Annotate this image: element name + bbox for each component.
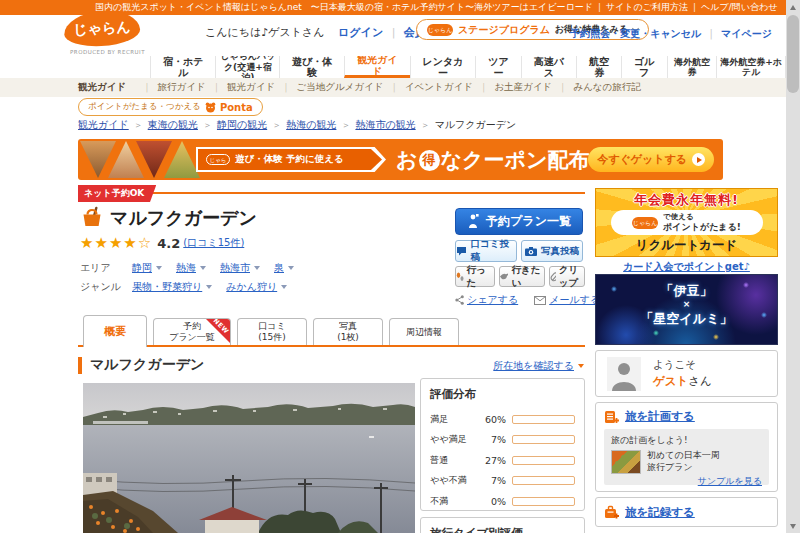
breadcrumb: 観光ガイド ＞ 東海の観光 ＞ 静岡の観光 ＞ 熱海の観光 ＞ 熱海市の観光 ＞…	[78, 118, 516, 132]
genre-link-mikan[interactable]: みかん狩り	[226, 280, 287, 294]
subnav-kanko-guide[interactable]: 観光ガイド	[78, 81, 126, 94]
banner-lead-band: じゃらん 遊び・体験 予約に使える	[196, 147, 386, 172]
caret-down-icon	[254, 266, 260, 270]
scrollbar-down-button[interactable]	[786, 519, 800, 533]
tab-label: 写真	[339, 321, 357, 332]
record-trip-link[interactable]: 旅を記録する	[625, 505, 695, 520]
tab-overview[interactable]: 概要	[83, 315, 147, 347]
fruit-picking-icon	[80, 205, 104, 229]
subnav-event-guide[interactable]: イベントガイド	[384, 81, 473, 94]
share-link[interactable]: シェアする	[455, 293, 518, 307]
jalan-mini-logo: じゃらん	[427, 24, 453, 36]
welcome-greeting: ようこそ	[653, 357, 712, 373]
went-button[interactable]: 行った	[455, 266, 495, 287]
nav-item-kanko-guide[interactable]: 観光ガイド	[344, 56, 409, 78]
play-arrow-icon	[692, 153, 705, 166]
stage-program-label: ステージプログラム	[458, 23, 550, 37]
site-tagline: 国内の観光スポット・イベント情報はじゃらんnet 〜日本最大級の宿・ホテル予約サ…	[95, 1, 474, 14]
breadcrumb-link[interactable]: 熱海の観光	[286, 118, 336, 132]
tab-plan-list[interactable]: 予約 プラン一覧 NEW	[153, 318, 231, 345]
main-nav: 宿・ホテル じゃらんパック(交通+宿泊) 遊び・体験 観光ガイド レンタカー ツ…	[150, 56, 786, 78]
genre-link-fruit-picking[interactable]: 果物・野菜狩り	[132, 280, 212, 294]
rating-row: ★★★★ ☆ 4.2 (口コミ15件)	[80, 234, 244, 252]
plan-promo-text: 初めての日本一周 旅行プラン	[647, 450, 720, 473]
tab-label: 口コミ	[258, 321, 285, 332]
nav-item-hotel[interactable]: 宿・ホテル	[150, 56, 215, 78]
confirm-location-link[interactable]: 所在地を確認する	[493, 359, 584, 373]
post-review-button[interactable]: 口コミ投稿	[455, 240, 517, 262]
plan-list-button[interactable]: 予約プラン一覧	[455, 208, 583, 235]
trip-record-box: 旅を記録する	[595, 497, 778, 527]
area-link-atami-city[interactable]: 熱海市	[220, 261, 260, 275]
coupon-get-label: 今すぐゲットする	[597, 152, 687, 167]
breadcrumb-link[interactable]: 静岡の観光	[217, 118, 267, 132]
card-ad-line3: ポイントがたまる!	[663, 222, 741, 232]
area-link-shizuoka[interactable]: 静岡	[132, 261, 162, 275]
nav-item-flight[interactable]: 航空券	[576, 56, 621, 78]
site-usage-link[interactable]: サイトのご利用方法	[606, 2, 688, 12]
reservation-check-link[interactable]: 予約照会・変更・キャンセル	[570, 28, 701, 39]
rating-bar	[512, 476, 575, 485]
help-link[interactable]: ヘルプ/問い合わせ	[701, 2, 777, 12]
plan-trip-link[interactable]: 旅を計画する	[625, 409, 695, 424]
scrollbar[interactable]	[786, 0, 800, 533]
review-count-link[interactable]: (口コミ15件)	[183, 236, 244, 250]
nav-item-rentacar[interactable]: レンタカー	[410, 56, 476, 78]
bay-scenery-image	[83, 383, 415, 533]
nav-item-jalan-pack[interactable]: じゃらんパック(交通+宿泊)	[215, 56, 279, 78]
overseas-tour-link[interactable]: 海外ツアーはエイビーロード	[474, 2, 593, 12]
plan-promo-title: 旅の計画をしよう!	[611, 434, 762, 447]
area-link-izumi[interactable]: 泉	[274, 261, 294, 275]
login-link[interactable]: ログイン	[338, 26, 383, 39]
nav-item-tour[interactable]: ツアー	[475, 56, 520, 78]
caret-down-icon	[156, 266, 162, 270]
nav-item-intl-flight[interactable]: 海外航空券	[667, 56, 717, 78]
rating-bar	[512, 435, 575, 444]
tab-surroundings[interactable]: 周辺情報	[389, 318, 459, 345]
subnav-travelogue[interactable]: みんなの旅行記	[552, 81, 641, 94]
nav-item-intl-flight-hotel[interactable]: 海外航空券+ホテル	[716, 56, 786, 78]
coupon-get-button[interactable]: 今すぐゲットする	[588, 147, 714, 172]
rating-row-normal: 普通 27%	[430, 450, 575, 471]
scrollbar-thumb[interactable]	[787, 15, 799, 93]
subnav-gourmet-guide[interactable]: ご当地グルメガイド	[275, 81, 383, 94]
post-photo-button[interactable]: 写真投稿	[521, 240, 583, 262]
rating-label: 不満	[430, 495, 480, 508]
subnav-souvenir-guide[interactable]: お土産ガイド	[473, 81, 552, 94]
breadcrumb-link[interactable]: 観光ガイド	[78, 118, 129, 132]
subnav-sightseeing-guide[interactable]: 観光ガイド	[206, 81, 275, 94]
clip-button[interactable]: クリップ	[549, 266, 585, 287]
tab-reviews[interactable]: 口コミ (15件)	[237, 318, 307, 345]
area-row: エリア 静岡 熱海 熱海市 泉	[80, 261, 294, 275]
separator: ＞	[341, 119, 350, 132]
breadcrumb-link[interactable]: 東海の観光	[148, 118, 198, 132]
heading-accent-bar	[78, 357, 82, 374]
subnav-travel-guide[interactable]: 旅行ガイド	[136, 81, 205, 94]
mypage-link[interactable]: マイページ	[721, 28, 772, 39]
ponta-badge[interactable]: ポイントがたまる・つかえる Ponta	[78, 98, 263, 116]
recruit-card-ad[interactable]: 年会費永年無料! じゃらん で使える ポイントがたまる! リクルートカード	[595, 188, 778, 257]
ponta-brand: Ponta	[220, 102, 253, 113]
walking-person-icon	[467, 214, 479, 229]
rating-row-satisfied: 満足 60%	[430, 409, 575, 430]
breadcrumb-link[interactable]: 熱海市の観光	[355, 118, 415, 132]
izu-illumination-ad[interactable]: 「伊豆」 × 「星空イルミ」	[595, 274, 778, 345]
nav-item-golf[interactable]: ゴルフ	[621, 56, 667, 78]
coupon-banner[interactable]: じゃらん 遊び・体験 予約に使える お 得 なクーポン配布中! 今すぐゲットする	[78, 139, 723, 180]
card-signup-link[interactable]: カード入会でポイントget♪	[623, 261, 750, 272]
tab-label: 概要	[104, 325, 126, 338]
area-link-atami[interactable]: 熱海	[176, 261, 206, 275]
bird-icon	[500, 272, 508, 281]
tab-photos[interactable]: 写真 (1枚)	[313, 318, 383, 345]
nav-item-activity[interactable]: 遊び・体験	[279, 56, 344, 78]
mail-link[interactable]: メールする	[534, 293, 600, 307]
greeting-text: こんにちは♪ゲストさん	[205, 26, 325, 39]
ponta-face-icon	[205, 102, 216, 113]
breadcrumb-current: マルフクガーデン	[435, 118, 517, 132]
want-to-go-button[interactable]: 行きたい	[499, 266, 545, 287]
separator: |	[392, 26, 396, 39]
nav-item-highway-bus[interactable]: 高速バス	[521, 56, 576, 78]
scrollbar-up-button[interactable]	[786, 0, 800, 14]
view-sample-link[interactable]: サンプルを見る	[698, 476, 762, 486]
ponta-label: ポイントがたまる・つかえる	[88, 101, 201, 113]
